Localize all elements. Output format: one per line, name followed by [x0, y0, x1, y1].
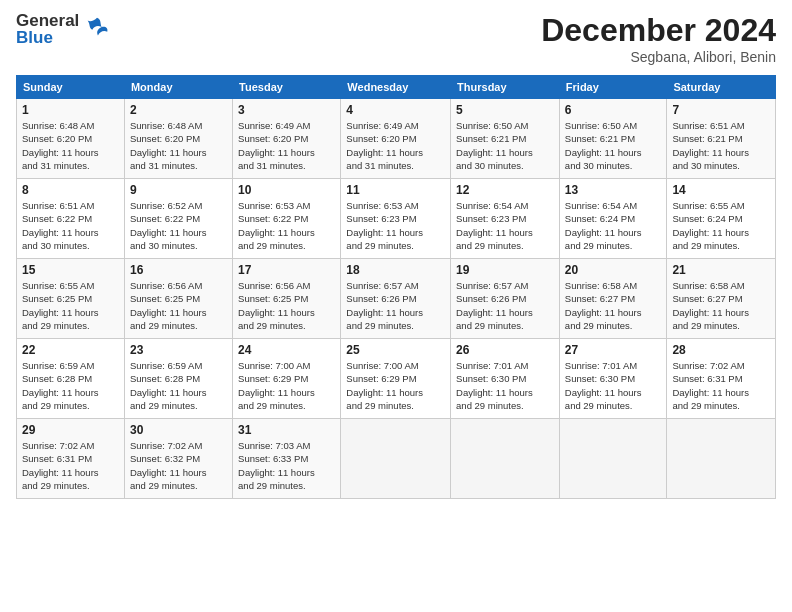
- logo-bird-icon: [83, 13, 111, 45]
- calendar-cell: 19Sunrise: 6:57 AMSunset: 6:26 PMDayligh…: [451, 259, 560, 339]
- day-number: 3: [238, 103, 335, 117]
- day-info-line: Sunset: 6:20 PM: [238, 133, 308, 144]
- day-number: 4: [346, 103, 445, 117]
- calendar-cell: 5Sunrise: 6:50 AMSunset: 6:21 PMDaylight…: [451, 99, 560, 179]
- day-number: 18: [346, 263, 445, 277]
- week-row-1: 1Sunrise: 6:48 AMSunset: 6:20 PMDaylight…: [17, 99, 776, 179]
- day-info-line: Sunrise: 6:54 AM: [456, 200, 528, 211]
- calendar-cell: [667, 419, 776, 499]
- day-number: 8: [22, 183, 119, 197]
- day-info: Sunrise: 7:03 AMSunset: 6:33 PMDaylight:…: [238, 439, 335, 492]
- day-info-line: Daylight: 11 hours: [456, 307, 533, 318]
- day-info: Sunrise: 6:56 AMSunset: 6:25 PMDaylight:…: [130, 279, 227, 332]
- day-info-line: and 30 minutes.: [565, 160, 633, 171]
- day-info-line: Daylight: 11 hours: [346, 387, 423, 398]
- day-info-line: Sunrise: 6:51 AM: [672, 120, 744, 131]
- day-info-line: Sunset: 6:20 PM: [22, 133, 92, 144]
- day-info-line: and 29 minutes.: [346, 400, 414, 411]
- day-info-line: Sunset: 6:22 PM: [22, 213, 92, 224]
- day-info-line: and 29 minutes.: [238, 400, 306, 411]
- day-info-line: Sunset: 6:27 PM: [565, 293, 635, 304]
- day-info-line: Daylight: 11 hours: [22, 387, 99, 398]
- day-info-line: Sunset: 6:25 PM: [238, 293, 308, 304]
- day-info-line: and 29 minutes.: [565, 240, 633, 251]
- day-info-line: and 29 minutes.: [672, 400, 740, 411]
- day-info-line: and 29 minutes.: [22, 480, 90, 491]
- day-info-line: and 29 minutes.: [130, 320, 198, 331]
- calendar-cell: 11Sunrise: 6:53 AMSunset: 6:23 PMDayligh…: [341, 179, 451, 259]
- day-number: 13: [565, 183, 662, 197]
- day-info-line: and 31 minutes.: [238, 160, 306, 171]
- day-info-line: and 29 minutes.: [130, 400, 198, 411]
- day-info-line: Sunset: 6:23 PM: [346, 213, 416, 224]
- day-info: Sunrise: 7:01 AMSunset: 6:30 PMDaylight:…: [565, 359, 662, 412]
- day-info-line: Sunset: 6:32 PM: [130, 453, 200, 464]
- day-info-line: Sunrise: 7:02 AM: [130, 440, 202, 451]
- calendar-cell: 8Sunrise: 6:51 AMSunset: 6:22 PMDaylight…: [17, 179, 125, 259]
- calendar-cell: 12Sunrise: 6:54 AMSunset: 6:23 PMDayligh…: [451, 179, 560, 259]
- day-info-line: Daylight: 11 hours: [456, 227, 533, 238]
- day-info-line: Daylight: 11 hours: [22, 147, 99, 158]
- calendar-cell: 10Sunrise: 6:53 AMSunset: 6:22 PMDayligh…: [233, 179, 341, 259]
- day-info: Sunrise: 6:59 AMSunset: 6:28 PMDaylight:…: [130, 359, 227, 412]
- day-number: 2: [130, 103, 227, 117]
- weekday-header-row: SundayMondayTuesdayWednesdayThursdayFrid…: [17, 76, 776, 99]
- day-info: Sunrise: 6:49 AMSunset: 6:20 PMDaylight:…: [238, 119, 335, 172]
- logo-blue: Blue: [16, 29, 79, 46]
- calendar-cell: 4Sunrise: 6:49 AMSunset: 6:20 PMDaylight…: [341, 99, 451, 179]
- day-info-line: and 29 minutes.: [22, 400, 90, 411]
- calendar-cell: 14Sunrise: 6:55 AMSunset: 6:24 PMDayligh…: [667, 179, 776, 259]
- day-info-line: Daylight: 11 hours: [456, 147, 533, 158]
- day-info-line: Sunrise: 6:51 AM: [22, 200, 94, 211]
- day-info-line: and 30 minutes.: [22, 240, 90, 251]
- calendar-cell: 21Sunrise: 6:58 AMSunset: 6:27 PMDayligh…: [667, 259, 776, 339]
- calendar-cell: 25Sunrise: 7:00 AMSunset: 6:29 PMDayligh…: [341, 339, 451, 419]
- day-info-line: and 29 minutes.: [565, 320, 633, 331]
- day-info-line: Sunset: 6:31 PM: [672, 373, 742, 384]
- day-info-line: Sunset: 6:23 PM: [456, 213, 526, 224]
- week-row-3: 15Sunrise: 6:55 AMSunset: 6:25 PMDayligh…: [17, 259, 776, 339]
- day-info-line: Sunset: 6:33 PM: [238, 453, 308, 464]
- day-info-line: Daylight: 11 hours: [672, 387, 749, 398]
- day-info-line: Sunset: 6:24 PM: [565, 213, 635, 224]
- calendar-cell: 30Sunrise: 7:02 AMSunset: 6:32 PMDayligh…: [124, 419, 232, 499]
- weekday-header-wednesday: Wednesday: [341, 76, 451, 99]
- day-number: 24: [238, 343, 335, 357]
- day-number: 5: [456, 103, 554, 117]
- day-number: 16: [130, 263, 227, 277]
- calendar-cell: 1Sunrise: 6:48 AMSunset: 6:20 PMDaylight…: [17, 99, 125, 179]
- day-info-line: Sunrise: 7:02 AM: [22, 440, 94, 451]
- day-info-line: Sunrise: 6:52 AM: [130, 200, 202, 211]
- weekday-header-friday: Friday: [559, 76, 667, 99]
- day-number: 9: [130, 183, 227, 197]
- day-info-line: and 29 minutes.: [672, 320, 740, 331]
- day-info-line: Sunset: 6:24 PM: [672, 213, 742, 224]
- day-info-line: Daylight: 11 hours: [565, 147, 642, 158]
- day-info-line: Daylight: 11 hours: [346, 307, 423, 318]
- calendar-cell: [559, 419, 667, 499]
- page: General Blue December 2024 Segbana, Alib…: [0, 0, 792, 612]
- day-number: 21: [672, 263, 770, 277]
- day-info-line: Sunrise: 6:48 AM: [130, 120, 202, 131]
- day-info-line: Sunrise: 7:00 AM: [346, 360, 418, 371]
- day-info-line: Sunset: 6:30 PM: [565, 373, 635, 384]
- day-info-line: Sunset: 6:22 PM: [130, 213, 200, 224]
- day-info-line: Sunrise: 6:58 AM: [565, 280, 637, 291]
- day-info-line: Sunset: 6:28 PM: [130, 373, 200, 384]
- day-info-line: and 31 minutes.: [130, 160, 198, 171]
- day-info: Sunrise: 6:49 AMSunset: 6:20 PMDaylight:…: [346, 119, 445, 172]
- day-number: 25: [346, 343, 445, 357]
- day-info-line: Sunset: 6:20 PM: [130, 133, 200, 144]
- day-info-line: Sunrise: 6:48 AM: [22, 120, 94, 131]
- day-number: 15: [22, 263, 119, 277]
- logo-general: General: [16, 12, 79, 29]
- day-number: 7: [672, 103, 770, 117]
- day-info-line: Sunset: 6:25 PM: [130, 293, 200, 304]
- day-info-line: Sunrise: 6:55 AM: [22, 280, 94, 291]
- day-info-line: and 29 minutes.: [672, 240, 740, 251]
- day-info-line: and 29 minutes.: [565, 400, 633, 411]
- day-info-line: Daylight: 11 hours: [130, 307, 207, 318]
- day-info-line: Sunset: 6:31 PM: [22, 453, 92, 464]
- day-number: 20: [565, 263, 662, 277]
- day-info-line: Sunset: 6:30 PM: [456, 373, 526, 384]
